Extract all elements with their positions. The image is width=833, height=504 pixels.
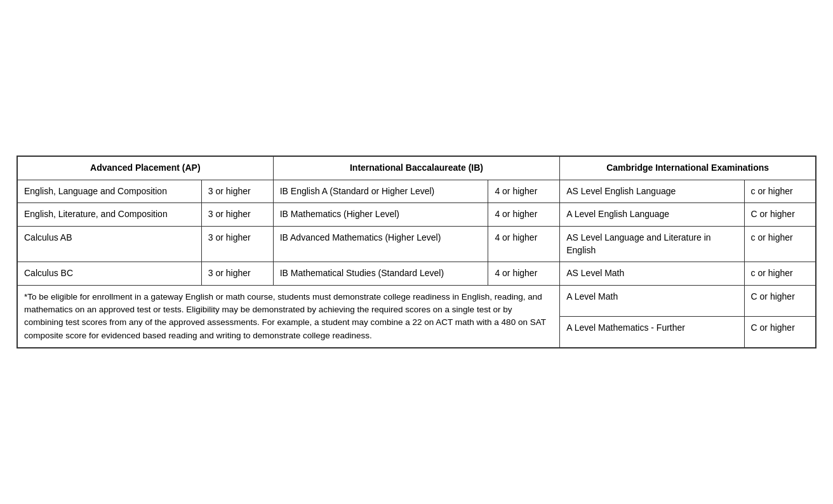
table-wrapper: Advanced Placement (AP) International Ba… <box>17 156 816 348</box>
ap-course-1: English, Language and Composition <box>17 180 201 203</box>
ap-score-2: 3 or higher <box>201 203 273 227</box>
cie-course-4: AS Level Math <box>560 262 744 286</box>
table-row: English, Language and Composition 3 or h… <box>17 180 816 203</box>
table-row: English, Literature, and Composition 3 o… <box>17 203 816 227</box>
table-row: Calculus AB 3 or higher IB Advanced Math… <box>17 227 816 262</box>
footnote-cell: *To be eligible for enrollment in a gate… <box>17 285 560 348</box>
header-ap: Advanced Placement (AP) <box>17 156 273 180</box>
ib-course-3: IB Advanced Mathematics (Higher Level) <box>273 227 488 262</box>
ap-course-2: English, Literature, and Composition <box>17 203 201 227</box>
ap-course-4: Calculus BC <box>17 262 201 286</box>
ap-score-1: 3 or higher <box>201 180 273 203</box>
cie-score-extra-2: C or higher <box>744 316 816 348</box>
cie-score-2: C or higher <box>744 203 816 227</box>
cie-score-3: c or higher <box>744 227 816 262</box>
cie-score-extra-1: C or higher <box>744 285 816 316</box>
cie-course-1: AS Level English Language <box>560 180 744 203</box>
cie-course-2: A Level English Language <box>560 203 744 227</box>
ib-course-2: IB Mathematics (Higher Level) <box>273 203 488 227</box>
header-cie: Cambridge International Examinations <box>560 156 816 180</box>
ap-score-4: 3 or higher <box>201 262 273 286</box>
ib-score-2: 4 or higher <box>488 203 560 227</box>
header-ib: International Baccalaureate (IB) <box>273 156 560 180</box>
cie-course-3: AS Level Language and Literature in Engl… <box>560 227 744 262</box>
cie-course-extra-1: A Level Math <box>560 285 744 316</box>
footnote-row: *To be eligible for enrollment in a gate… <box>17 285 816 316</box>
cie-score-4: c or higher <box>744 262 816 286</box>
ib-score-4: 4 or higher <box>488 262 560 286</box>
table-row: Calculus BC 3 or higher IB Mathematical … <box>17 262 816 286</box>
ap-score-3: 3 or higher <box>201 227 273 262</box>
placement-table: Advanced Placement (AP) International Ba… <box>17 156 816 348</box>
ib-score-3: 4 or higher <box>488 227 560 262</box>
ib-course-1: IB English A (Standard or Higher Level) <box>273 180 488 203</box>
ib-course-4: IB Mathematical Studies (Standard Level) <box>273 262 488 286</box>
cie-score-1: c or higher <box>744 180 816 203</box>
ib-score-1: 4 or higher <box>488 180 560 203</box>
cie-course-extra-2: A Level Mathematics - Further <box>560 316 744 348</box>
ap-course-3: Calculus AB <box>17 227 201 262</box>
